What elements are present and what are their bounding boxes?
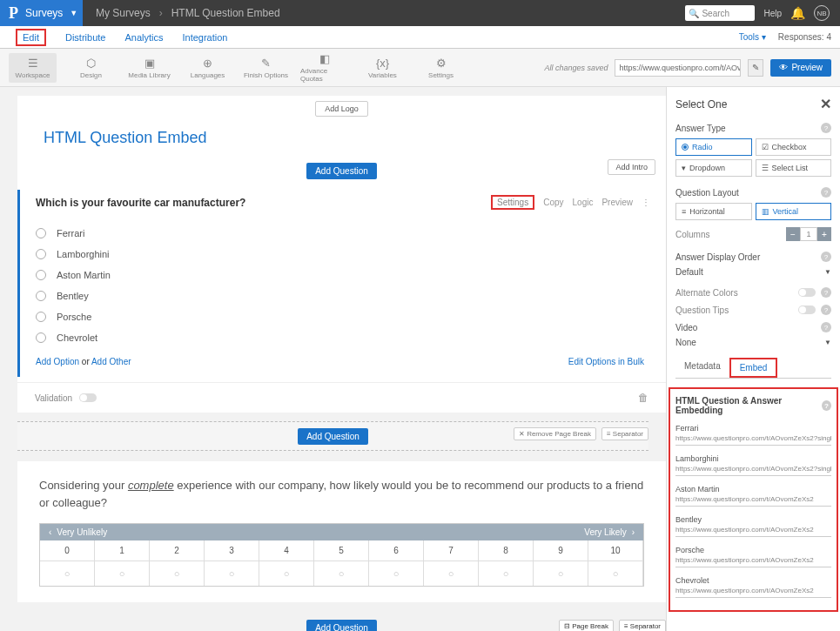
embed-item-url[interactable]: https://www.questionpro.com/t/AOvomZeXs2 <box>675 556 831 567</box>
edit-url-button[interactable]: ✎ <box>748 59 763 77</box>
nps-cell[interactable]: 1○ <box>95 540 150 586</box>
plus-button[interactable]: + <box>817 227 831 241</box>
embed-item: Bentleyhttps://www.questionpro.com/t/AOv… <box>675 515 831 537</box>
type-select-button[interactable]: ☰Select List <box>756 159 832 177</box>
option-row[interactable]: Lamborghini <box>36 244 644 265</box>
tools-menu[interactable]: Tools ▾ <box>739 32 766 42</box>
embed-item-name: Lamborghini <box>675 454 831 463</box>
nps-cell[interactable]: 10○ <box>588 540 643 586</box>
separator-button[interactable]: ≡ Separator <box>601 427 648 440</box>
breadcrumb-current: HTML Question Embed <box>171 7 280 19</box>
help-icon[interactable]: ? <box>821 252 831 262</box>
help-link[interactable]: Help <box>763 9 782 18</box>
layout-horizontal-button[interactable]: ≡Horizontal <box>675 203 752 220</box>
tab-distribute[interactable]: Distribute <box>65 32 105 43</box>
add-logo-button[interactable]: Add Logo <box>315 101 368 117</box>
option-row[interactable]: Ferrari <box>36 223 644 244</box>
remove-page-break-button[interactable]: ✕ Remove Page Break <box>514 427 596 440</box>
more-icon[interactable]: ⋮ <box>642 198 650 207</box>
trash-icon[interactable]: 🗑 <box>638 392 648 404</box>
responses-count[interactable]: Responses: 4 <box>778 32 831 42</box>
option-row[interactable]: Chevrolet <box>36 327 644 348</box>
tool-design[interactable]: ⬡Design <box>67 57 115 79</box>
embed-item-url[interactable]: https://www.questionpro.com/t/AOvomZeXs2… <box>675 434 831 446</box>
q-preview-button[interactable]: Preview <box>601 198 633 207</box>
help-icon[interactable]: ? <box>822 400 831 411</box>
video-dropdown[interactable]: None▼ <box>675 338 831 347</box>
embed-item-url[interactable]: https://www.questionpro.com/t/AOvomZeXs2 <box>675 526 831 537</box>
avatar[interactable]: NB <box>814 5 830 21</box>
nps-cell[interactable]: 4○ <box>259 540 314 586</box>
tool-media[interactable]: ▣Media Library <box>125 57 173 79</box>
help-icon[interactable]: ? <box>821 187 831 198</box>
q-copy-button[interactable]: Copy <box>543 198 563 207</box>
search-input[interactable]: 🔍 Search <box>685 5 755 21</box>
answer-type-label: Answer Type <box>675 124 726 133</box>
nps-cell[interactable]: 2○ <box>150 540 205 586</box>
add-other-link[interactable]: Add Other <box>91 357 131 366</box>
add-option-link[interactable]: Add Option <box>36 357 79 366</box>
survey-title[interactable]: HTML Question Embed <box>17 120 666 159</box>
embed-item-url[interactable]: https://www.questionpro.com/t/AOvomZeXs2 <box>675 587 831 598</box>
breadcrumb-my-surveys[interactable]: My Surveys <box>96 7 151 19</box>
question-text[interactable]: Considering your complete experience wit… <box>39 477 644 511</box>
close-icon[interactable]: ✕ <box>820 96 831 112</box>
help-icon[interactable]: ? <box>821 123 831 133</box>
columns-stepper[interactable]: − 1 + <box>786 227 831 241</box>
nps-cell[interactable]: 6○ <box>369 540 424 586</box>
bell-icon[interactable]: 🔔 <box>790 6 805 20</box>
nps-cell[interactable]: 9○ <box>534 540 588 586</box>
page-break-button[interactable]: ⊟ Page Break <box>559 620 614 631</box>
nps-cell[interactable]: 3○ <box>205 540 259 586</box>
help-icon[interactable]: ? <box>821 287 831 298</box>
validation-toggle[interactable] <box>79 393 97 402</box>
q-settings-button[interactable]: Settings <box>491 195 534 210</box>
embed-title: HTML Question & Answer Embedding <box>675 396 822 415</box>
tool-quotas[interactable]: ◧Advance Quotas <box>300 52 348 83</box>
preview-button[interactable]: 👁Preview <box>770 59 831 77</box>
metadata-tab[interactable]: Metadata <box>675 358 729 378</box>
survey-url-field[interactable]: https://www.questionpro.com/t/AOvom <box>615 59 741 77</box>
layout-vertical-button[interactable]: ▥Vertical <box>756 203 832 220</box>
option-row[interactable]: Porsche <box>36 306 644 327</box>
minus-button[interactable]: − <box>786 227 800 241</box>
embed-item-url[interactable]: https://www.questionpro.com/t/AOvomZeXs2 <box>675 495 831 507</box>
page-break-row: Add Question ✕ Remove Page Break ≡ Separ… <box>17 421 648 451</box>
nps-cell[interactable]: 7○ <box>424 540 479 586</box>
brand-menu[interactable]: P Surveys ▼ <box>0 0 83 26</box>
tab-integration[interactable]: Integration <box>182 32 227 43</box>
add-question-button[interactable]: Add Question <box>306 163 377 179</box>
tab-analytics[interactable]: Analytics <box>124 32 163 43</box>
topbar: P Surveys ▼ My Surveys › HTML Question E… <box>0 0 840 26</box>
add-question-button-2[interactable]: Add Question <box>298 428 368 445</box>
alt-colors-toggle[interactable] <box>798 288 816 297</box>
display-order-dropdown[interactable]: Default▼ <box>675 267 831 277</box>
tips-toggle[interactable] <box>798 305 816 314</box>
option-row[interactable]: Aston Martin <box>36 265 644 285</box>
tab-edit[interactable]: Edit <box>16 29 46 46</box>
separator-button-2[interactable]: ≡ Separator <box>619 620 666 631</box>
radio-icon: ○ <box>424 561 478 586</box>
type-dropdown-button[interactable]: ▾Dropdown <box>675 159 752 177</box>
help-icon[interactable]: ? <box>821 322 831 332</box>
nps-cell[interactable]: 0○ <box>40 540 95 586</box>
chevron-left-icon[interactable]: ‹ <box>49 527 51 537</box>
add-question-button-3[interactable]: Add Question <box>306 620 377 631</box>
tool-finish[interactable]: ✎Finish Options <box>242 57 290 79</box>
embed-item-url[interactable]: https://www.questionpro.com/t/AOvomZeXs2… <box>675 465 831 476</box>
nps-cell[interactable]: 8○ <box>479 540 534 586</box>
help-icon[interactable]: ? <box>821 305 831 315</box>
edit-bulk-link[interactable]: Edit Options in Bulk <box>568 357 644 366</box>
type-checkbox-button[interactable]: ☑Checkbox <box>756 138 832 156</box>
add-intro-button[interactable]: Add Intro <box>608 159 655 175</box>
tool-languages[interactable]: ⊕Languages <box>184 57 232 79</box>
tool-variables[interactable]: {x}Variables <box>359 57 407 79</box>
embed-tab[interactable]: Embed <box>729 358 778 378</box>
tool-workspace[interactable]: ☰Workspace <box>9 53 57 83</box>
option-row[interactable]: Bentley <box>36 285 644 306</box>
q-logic-button[interactable]: Logic <box>573 198 594 207</box>
chevron-right-icon[interactable]: › <box>632 527 635 537</box>
nps-cell[interactable]: 5○ <box>314 540 369 586</box>
type-radio-button[interactable]: Radio <box>675 138 752 156</box>
tool-settings[interactable]: ⚙Settings <box>417 57 465 79</box>
